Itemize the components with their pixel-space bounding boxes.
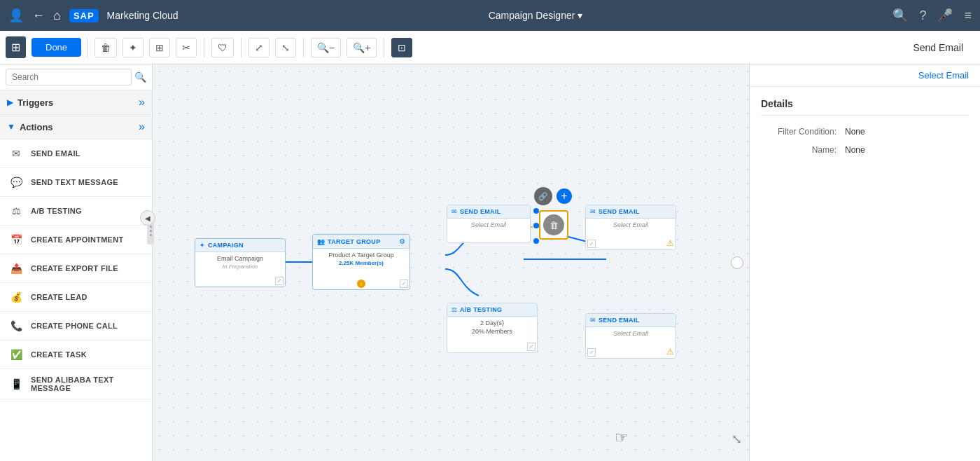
sidebar-item-create-export-file[interactable]: 📤 CREATE EXPORT FILE [0, 254, 152, 283]
cursor-pointer-indicator: ☞ [615, 429, 629, 447]
target-group-node-header: 👥 TARGET GROUP ⚙ [313, 235, 410, 249]
canvas-right-handle[interactable] [731, 256, 743, 269]
actions-fast-nav[interactable]: » [139, 121, 145, 133]
send-email-2-expand[interactable]: ⤢ [587, 240, 596, 248]
campaign-node[interactable]: ✦ CAMPAIGN Email Campaign In Preparation… [195, 238, 286, 287]
ab-testing-node-icon: ⚖ [451, 306, 457, 313]
target-group-node-title: TARGET GROUP [328, 238, 380, 245]
ab-testing-node[interactable]: ⚖ A/B TESTING 2 Day(s) 20% Members ⤢ [447, 303, 538, 353]
ab-testing-members: 20% Members [451, 328, 533, 335]
toolbar: ⊞ Done 🗑 ✦ ⊞ ✂ 🛡 ⤢ ⤡ 🔍− 🔍+ ⊡ Send Email [0, 31, 980, 64]
create-lead-icon: 💰 [8, 289, 24, 305]
name-value: None [845, 145, 865, 155]
target-group-settings-icon[interactable]: ⚙ [399, 238, 405, 245]
connector-dot-1 [533, 208, 539, 214]
triggers-fast-nav[interactable]: » [139, 96, 145, 109]
ab-testing-delay: 2 Day(s) [451, 319, 533, 326]
create-appointment-label: CREATE APPOINTMENT [31, 235, 124, 244]
actions-section-header[interactable]: ▼ Actions » [0, 115, 152, 139]
send-email-3-expand[interactable]: ⤢ [587, 348, 596, 357]
ab-testing-icon: ⚖ [8, 203, 24, 219]
send-text-label: SEND TEXT MESSAGE [31, 178, 118, 186]
done-button[interactable]: Done [31, 38, 81, 57]
triggers-section-header[interactable]: ▶ Triggers » [0, 90, 152, 115]
send-alibaba-label: SEND ALIBABA TEXT MESSAGE [31, 376, 144, 392]
name-label: Name: [761, 145, 845, 155]
send-email-icon: ✉ [8, 146, 24, 161]
ab-testing-body: 2 Day(s) 20% Members [447, 317, 537, 338]
sap-logo: SAP [69, 9, 99, 22]
send-email-2-title: SEND EMAIL [598, 208, 640, 215]
app-name: Marketing Cloud [107, 10, 178, 21]
connector-dot-2 [533, 223, 539, 228]
add-node-button[interactable]: + [556, 188, 572, 204]
canvas-expand-bottom-right[interactable]: ⤡ [732, 432, 742, 447]
details-title: Details [761, 98, 969, 116]
delete-tool-button[interactable]: 🗑 [94, 38, 117, 57]
send-email-2-header: ✉ SEND EMAIL [586, 205, 676, 219]
expand-tool-button[interactable]: ⤢ [248, 38, 270, 57]
sidebar-collapse-button[interactable]: ◀ [140, 210, 153, 226]
send-email-2-icon: ✉ [590, 208, 596, 215]
target-group-node[interactable]: 👥 TARGET GROUP ⚙ Product A Target Group … [312, 234, 410, 290]
help-icon[interactable]: ? [919, 8, 926, 23]
toolbar-separator-3 [241, 38, 241, 57]
create-task-icon: ✅ [8, 347, 24, 362]
layout-tool-button[interactable]: ⊞ [149, 38, 170, 57]
create-phone-call-icon: 📞 [8, 318, 24, 333]
target-group-expand-icon[interactable]: ⤢ [400, 280, 408, 288]
right-panel-toggle-button[interactable]: ⊡ [391, 38, 412, 57]
send-email-1-title: SEND EMAIL [460, 208, 501, 215]
resizer-dot-3 [150, 234, 152, 236]
send-email-1-body: Select Email [447, 219, 530, 231]
menu-icon[interactable]: ≡ [964, 8, 972, 23]
sidebar-item-send-alibaba[interactable]: 📱 SEND ALIBABA TEXT MESSAGE [0, 369, 152, 399]
send-alibaba-icon: 📱 [8, 376, 24, 392]
send-email-1-icon: ✉ [451, 208, 457, 215]
split-tool-button[interactable]: ✂ [176, 38, 197, 57]
create-export-file-label: CREATE EXPORT FILE [31, 264, 118, 273]
app-title-center[interactable]: Campaign Designer ▾ [187, 10, 885, 21]
name-row: Name: None [761, 145, 969, 155]
zoom-out-button[interactable]: 🔍− [311, 38, 341, 57]
connect-tool-button[interactable]: ✦ [122, 38, 144, 57]
sidebar-toggle-button[interactable]: ⊞ [6, 36, 26, 58]
toolbar-separator-1 [87, 38, 88, 57]
voice-icon[interactable]: 🎤 [937, 8, 953, 23]
canvas[interactable]: ✦ CAMPAIGN Email Campaign In Preparation… [153, 64, 749, 461]
campaign-node-icon: ✦ [200, 242, 205, 249]
select-email-link[interactable]: Select Email [918, 70, 969, 81]
send-email-3-warning: ⚠ [666, 347, 674, 357]
triggers-label: Triggers [18, 97, 139, 108]
sidebar-item-send-text[interactable]: 💬 SEND TEXT MESSAGE [0, 168, 152, 197]
back-icon[interactable]: ← [32, 8, 45, 23]
sidebar-item-ab-testing[interactable]: ⚖ A/B TESTING [0, 197, 152, 226]
send-email-3-body: Select Email [586, 327, 676, 340]
user-icon[interactable]: 👤 [8, 8, 24, 23]
search-icon-top[interactable]: 🔍 [892, 8, 908, 23]
sidebar-item-create-lead[interactable]: 💰 CREATE LEAD [0, 283, 152, 312]
sidebar-item-create-phone-call[interactable]: 📞 CREATE PHONE CALL [0, 312, 152, 340]
campaign-node-status: In Preparation [200, 263, 281, 270]
campaign-node-body: Email Campaign In Preparation [195, 252, 285, 273]
search-input[interactable] [6, 69, 132, 85]
send-email-1-node[interactable]: ✉ SEND EMAIL Select Email [447, 205, 531, 243]
sidebar-item-create-task[interactable]: ✅ CREATE TASK [0, 340, 152, 369]
send-email-2-node[interactable]: ✉ SEND EMAIL Select Email ⚠ ⤢ [585, 205, 676, 250]
delete-node[interactable]: 🗑 [539, 210, 568, 240]
sidebar-item-create-appointment[interactable]: 📅 CREATE APPOINTMENT [0, 226, 152, 254]
collapse-tool-button[interactable]: ⤡ [275, 38, 296, 57]
link-button[interactable]: 🔗 [534, 187, 552, 205]
zoom-in-button[interactable]: 🔍+ [346, 38, 377, 57]
campaign-expand-icon[interactable]: ⤢ [275, 277, 284, 285]
shield-tool-button[interactable]: 🛡 [211, 38, 234, 57]
right-panel: Select Email Details Filter Condition: N… [749, 64, 980, 461]
sidebar-item-send-email[interactable]: ✉ SEND EMAIL [0, 139, 152, 168]
home-icon[interactable]: ⌂ [53, 8, 61, 23]
filter-condition-value: None [845, 127, 865, 137]
search-icon[interactable]: 🔍 [134, 71, 146, 83]
ab-testing-expand[interactable]: ⤢ [527, 343, 536, 351]
send-email-3-node[interactable]: ✉ SEND EMAIL Select Email ⚠ ⤢ [585, 313, 676, 359]
ab-testing-header: ⚖ A/B TESTING [447, 303, 537, 317]
send-email-3-icon: ✉ [590, 317, 596, 324]
